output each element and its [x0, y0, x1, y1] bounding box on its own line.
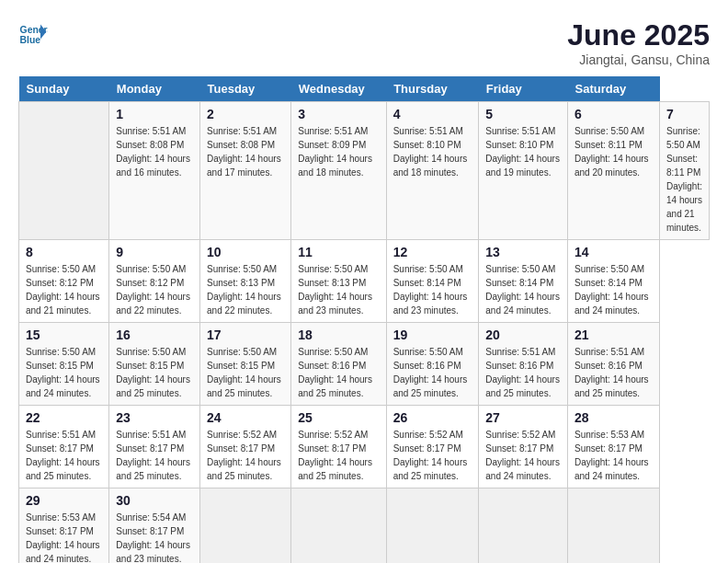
- page-header: General Blue June 2025 Jiangtai, Gansu, …: [18, 18, 710, 67]
- day-info: Sunrise: 5:50 AMSunset: 8:11 PMDaylight:…: [574, 124, 653, 179]
- day-cell: [479, 488, 568, 564]
- day-number: 10: [207, 245, 284, 259]
- header-row: SundayMondayTuesdayWednesdayThursdayFrid…: [19, 76, 710, 102]
- day-cell: 7Sunrise: 5:50 AMSunset: 8:11 PMDaylight…: [660, 102, 710, 240]
- day-cell: 6Sunrise: 5:50 AMSunset: 8:11 PMDaylight…: [567, 102, 659, 240]
- day-number: 20: [485, 327, 561, 342]
- day-number: 5: [485, 107, 561, 121]
- day-number: 17: [207, 327, 284, 342]
- day-cell: 26Sunrise: 5:52 AMSunset: 8:17 PMDayligh…: [386, 406, 479, 488]
- day-cell: 3Sunrise: 5:51 AMSunset: 8:09 PMDaylight…: [291, 102, 386, 240]
- day-info: Sunrise: 5:50 AMSunset: 8:16 PMDaylight:…: [298, 345, 379, 400]
- day-cell: [386, 488, 479, 564]
- calendar-table: SundayMondayTuesdayWednesdayThursdayFrid…: [18, 76, 710, 563]
- day-number: 22: [26, 410, 102, 425]
- week-row-0: 1Sunrise: 5:51 AMSunset: 8:08 PMDaylight…: [19, 102, 710, 240]
- day-info: Sunrise: 5:50 AMSunset: 8:12 PMDaylight:…: [26, 262, 102, 317]
- day-cell: [567, 488, 659, 564]
- day-number: 11: [298, 245, 379, 259]
- day-cell: 17Sunrise: 5:50 AMSunset: 8:15 PMDayligh…: [200, 323, 291, 406]
- day-info: Sunrise: 5:50 AMSunset: 8:15 PMDaylight:…: [207, 345, 284, 400]
- day-info: Sunrise: 5:51 AMSunset: 8:16 PMDaylight:…: [485, 345, 561, 400]
- day-info: Sunrise: 5:50 AMSunset: 8:14 PMDaylight:…: [393, 262, 472, 317]
- day-info: Sunrise: 5:51 AMSunset: 8:10 PMDaylight:…: [485, 124, 561, 179]
- day-info: Sunrise: 5:51 AMSunset: 8:10 PMDaylight:…: [393, 124, 472, 179]
- day-cell: 20Sunrise: 5:51 AMSunset: 8:16 PMDayligh…: [479, 323, 568, 406]
- day-number: 19: [393, 327, 472, 342]
- day-number: 25: [298, 410, 379, 425]
- day-cell: 18Sunrise: 5:50 AMSunset: 8:16 PMDayligh…: [291, 323, 386, 406]
- day-cell: 5Sunrise: 5:51 AMSunset: 8:10 PMDaylight…: [479, 102, 568, 240]
- day-number: 30: [116, 493, 193, 508]
- day-number: 15: [26, 327, 102, 342]
- day-cell: 15Sunrise: 5:50 AMSunset: 8:15 PMDayligh…: [19, 323, 109, 406]
- header-cell-tuesday: Tuesday: [200, 76, 291, 102]
- day-info: Sunrise: 5:50 AMSunset: 8:15 PMDaylight:…: [26, 345, 102, 400]
- header-cell-sunday: Sunday: [19, 76, 109, 102]
- day-info: Sunrise: 5:50 AMSunset: 8:13 PMDaylight:…: [298, 262, 379, 317]
- week-row-1: 8Sunrise: 5:50 AMSunset: 8:12 PMDaylight…: [19, 240, 710, 323]
- subtitle: Jiangtai, Gansu, China: [567, 52, 710, 67]
- day-info: Sunrise: 5:51 AMSunset: 8:17 PMDaylight:…: [26, 428, 102, 483]
- day-info: Sunrise: 5:51 AMSunset: 8:08 PMDaylight:…: [207, 124, 284, 179]
- header-cell-thursday: Thursday: [386, 76, 479, 102]
- day-cell: 22Sunrise: 5:51 AMSunset: 8:17 PMDayligh…: [19, 406, 109, 488]
- day-cell: 10Sunrise: 5:50 AMSunset: 8:13 PMDayligh…: [200, 240, 291, 323]
- day-cell: 28Sunrise: 5:53 AMSunset: 8:17 PMDayligh…: [567, 406, 659, 488]
- day-cell: 16Sunrise: 5:50 AMSunset: 8:15 PMDayligh…: [109, 323, 200, 406]
- day-number: 24: [207, 410, 284, 425]
- day-info: Sunrise: 5:52 AMSunset: 8:17 PMDaylight:…: [298, 428, 379, 483]
- day-cell: 19Sunrise: 5:50 AMSunset: 8:16 PMDayligh…: [386, 323, 479, 406]
- day-info: Sunrise: 5:51 AMSunset: 8:16 PMDaylight:…: [574, 345, 653, 400]
- day-number: 21: [574, 327, 653, 342]
- day-number: 6: [574, 107, 653, 121]
- day-cell: [200, 488, 291, 564]
- day-info: Sunrise: 5:50 AMSunset: 8:14 PMDaylight:…: [574, 262, 653, 317]
- day-cell: 4Sunrise: 5:51 AMSunset: 8:10 PMDaylight…: [386, 102, 479, 240]
- day-info: Sunrise: 5:50 AMSunset: 8:14 PMDaylight:…: [485, 262, 561, 317]
- day-info: Sunrise: 5:53 AMSunset: 8:17 PMDaylight:…: [574, 428, 653, 483]
- day-cell: 25Sunrise: 5:52 AMSunset: 8:17 PMDayligh…: [291, 406, 386, 488]
- day-number: 18: [298, 327, 379, 342]
- day-number: 1: [116, 107, 193, 121]
- day-cell: 1Sunrise: 5:51 AMSunset: 8:08 PMDaylight…: [109, 102, 200, 240]
- week-row-4: 29Sunrise: 5:53 AMSunset: 8:17 PMDayligh…: [19, 488, 710, 564]
- day-cell: [291, 488, 386, 564]
- day-cell: 29Sunrise: 5:53 AMSunset: 8:17 PMDayligh…: [19, 488, 109, 564]
- logo-icon: General Blue: [18, 18, 48, 48]
- day-number: 3: [298, 107, 379, 121]
- day-number: 13: [485, 245, 561, 259]
- day-number: 29: [26, 493, 102, 508]
- day-cell: 13Sunrise: 5:50 AMSunset: 8:14 PMDayligh…: [479, 240, 568, 323]
- day-info: Sunrise: 5:52 AMSunset: 8:17 PMDaylight:…: [393, 428, 472, 483]
- day-cell: 8Sunrise: 5:50 AMSunset: 8:12 PMDaylight…: [19, 240, 109, 323]
- day-number: 8: [26, 245, 102, 259]
- day-cell: 30Sunrise: 5:54 AMSunset: 8:17 PMDayligh…: [109, 488, 200, 564]
- day-number: 23: [116, 410, 193, 425]
- day-cell: [19, 102, 109, 240]
- header-cell-monday: Monday: [109, 76, 200, 102]
- day-number: 4: [393, 107, 472, 121]
- day-number: 14: [574, 245, 653, 259]
- day-cell: 23Sunrise: 5:51 AMSunset: 8:17 PMDayligh…: [109, 406, 200, 488]
- day-info: Sunrise: 5:51 AMSunset: 8:08 PMDaylight:…: [116, 124, 193, 179]
- day-info: Sunrise: 5:50 AMSunset: 8:11 PMDaylight:…: [666, 124, 702, 235]
- day-number: 16: [116, 327, 193, 342]
- day-number: 2: [207, 107, 284, 121]
- day-info: Sunrise: 5:53 AMSunset: 8:17 PMDaylight:…: [26, 511, 102, 563]
- day-cell: 2Sunrise: 5:51 AMSunset: 8:08 PMDaylight…: [200, 102, 291, 240]
- day-cell: 12Sunrise: 5:50 AMSunset: 8:14 PMDayligh…: [386, 240, 479, 323]
- day-number: 9: [116, 245, 193, 259]
- day-info: Sunrise: 5:54 AMSunset: 8:17 PMDaylight:…: [116, 511, 193, 563]
- header-cell-friday: Friday: [479, 76, 568, 102]
- day-info: Sunrise: 5:50 AMSunset: 8:12 PMDaylight:…: [116, 262, 193, 317]
- title-block: June 2025 Jiangtai, Gansu, China: [567, 18, 710, 67]
- day-cell: 11Sunrise: 5:50 AMSunset: 8:13 PMDayligh…: [291, 240, 386, 323]
- day-number: 27: [485, 410, 561, 425]
- day-info: Sunrise: 5:52 AMSunset: 8:17 PMDaylight:…: [207, 428, 284, 483]
- day-info: Sunrise: 5:50 AMSunset: 8:16 PMDaylight:…: [393, 345, 472, 400]
- day-number: 26: [393, 410, 472, 425]
- day-cell: 9Sunrise: 5:50 AMSunset: 8:12 PMDaylight…: [109, 240, 200, 323]
- day-number: 12: [393, 245, 472, 259]
- day-info: Sunrise: 5:51 AMSunset: 8:09 PMDaylight:…: [298, 124, 379, 179]
